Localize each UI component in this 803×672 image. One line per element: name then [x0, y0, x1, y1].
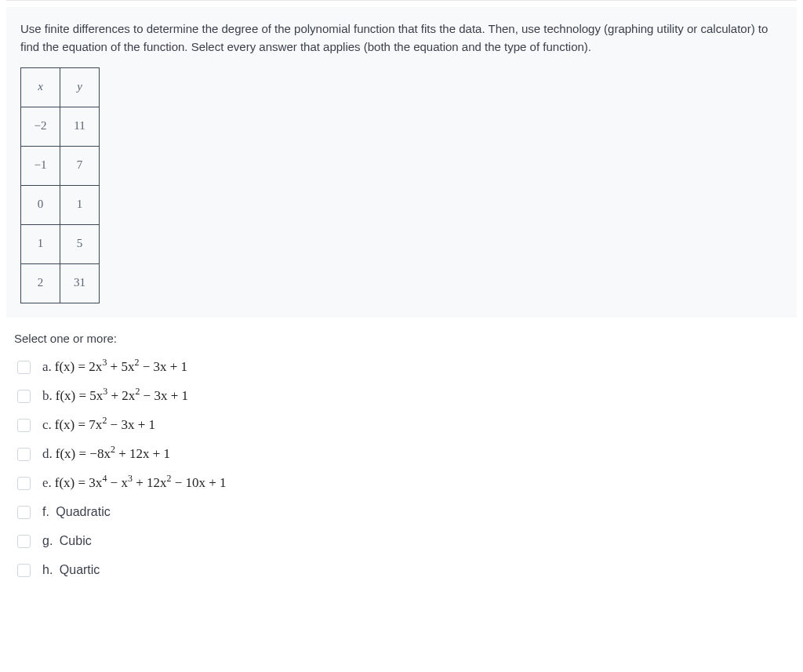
top-divider: [6, 0, 797, 1]
option-h-label: h. Quartic: [42, 563, 100, 577]
checkbox-g[interactable]: [17, 535, 31, 548]
table-row: −1 7: [21, 146, 100, 185]
cell-y: 5: [60, 224, 100, 263]
option-g[interactable]: g. Cubic: [9, 527, 794, 556]
table-row: 1 5: [21, 224, 100, 263]
option-e-label: e.f(x) = 3x4 − x3 + 12x2 − 10x + 1: [42, 475, 227, 491]
cell-x: 1: [21, 224, 60, 263]
table-header-row: x y: [21, 67, 100, 107]
cell-y: 11: [60, 107, 100, 146]
option-b[interactable]: b.f(x) = 5x3 + 2x2 − 3x + 1: [9, 382, 794, 411]
option-c-label: c.f(x) = 7x2 − 3x + 1: [42, 417, 155, 433]
option-a[interactable]: a.f(x) = 2x3 + 5x2 − 3x + 1: [9, 353, 794, 382]
checkbox-e[interactable]: [17, 477, 31, 490]
cell-x: −2: [21, 107, 60, 146]
table-row: 2 31: [21, 263, 100, 303]
checkbox-h[interactable]: [17, 564, 31, 577]
cell-x: −1: [21, 146, 60, 185]
answers-section: Select one or more: a.f(x) = 2x3 + 5x2 −…: [0, 332, 803, 601]
option-h[interactable]: h. Quartic: [9, 556, 794, 585]
table-row: −2 11: [21, 107, 100, 146]
data-table: x y −2 11 −1 7 0 1 1 5 2 31: [20, 67, 100, 303]
question-panel: Use finite differences to determine the …: [6, 7, 797, 318]
select-prompt: Select one or more:: [14, 332, 794, 345]
option-a-label: a.f(x) = 2x3 + 5x2 − 3x + 1: [42, 359, 187, 375]
option-c[interactable]: c.f(x) = 7x2 − 3x + 1: [9, 411, 794, 440]
cell-y: 7: [60, 146, 100, 185]
option-f-label: f. Quadratic: [42, 505, 111, 519]
table-row: 0 1: [21, 185, 100, 224]
header-y: y: [60, 67, 100, 107]
option-d[interactable]: d.f(x) = −8x2 + 12x + 1: [9, 440, 794, 469]
checkbox-d[interactable]: [17, 448, 31, 461]
question-text: Use finite differences to determine the …: [20, 20, 783, 56]
option-d-label: d.f(x) = −8x2 + 12x + 1: [42, 446, 170, 462]
cell-x: 0: [21, 185, 60, 224]
header-x: x: [21, 67, 60, 107]
checkbox-f[interactable]: [17, 506, 31, 519]
option-f[interactable]: f. Quadratic: [9, 498, 794, 527]
cell-y: 31: [60, 263, 100, 303]
cell-x: 2: [21, 263, 60, 303]
option-e[interactable]: e.f(x) = 3x4 − x3 + 12x2 − 10x + 1: [9, 469, 794, 498]
checkbox-b[interactable]: [17, 390, 31, 403]
checkbox-c[interactable]: [17, 419, 31, 432]
option-b-label: b.f(x) = 5x3 + 2x2 − 3x + 1: [42, 388, 188, 404]
checkbox-a[interactable]: [17, 361, 31, 374]
cell-y: 1: [60, 185, 100, 224]
option-g-label: g. Cubic: [42, 534, 92, 548]
